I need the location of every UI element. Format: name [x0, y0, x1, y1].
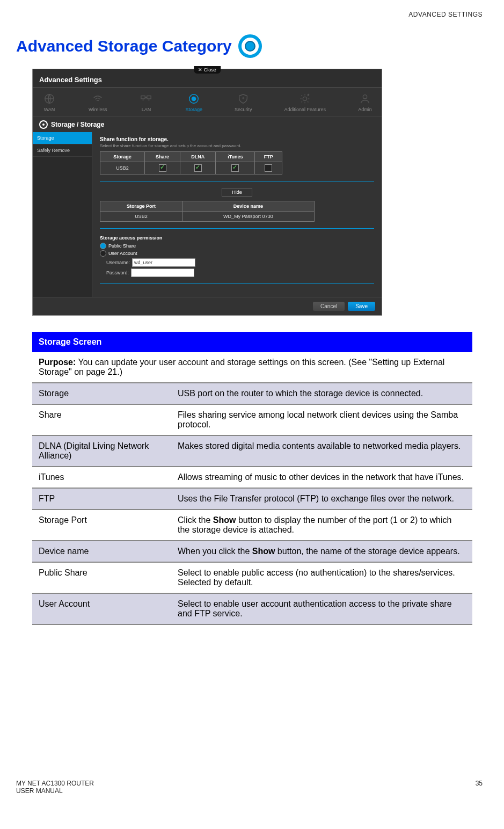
- nav-additional[interactable]: Additional Features: [284, 93, 326, 112]
- radio-public-share[interactable]: Public Share: [100, 243, 374, 249]
- nav-row: WAN Wireless LAN Storage Security Additi…: [33, 88, 382, 117]
- username-label: Username:: [106, 260, 130, 265]
- sidebar: Storage Safely Remove: [33, 132, 92, 297]
- desc-key: User Account: [32, 593, 171, 624]
- nav-label: Additional Features: [284, 107, 326, 112]
- footer-left: MY NET AC1300 ROUTER USER MANUAL: [16, 780, 94, 795]
- col-storage: Storage: [100, 152, 145, 162]
- title-text: Advanced Storage Category: [16, 37, 232, 55]
- footer-manual: USER MANUAL: [16, 787, 94, 795]
- storage-category-icon: [238, 34, 262, 58]
- col-itunes: iTunes: [216, 152, 255, 162]
- table-row: Public ShareSelect to enable public acce…: [32, 562, 472, 593]
- cancel-button[interactable]: Cancel: [313, 302, 345, 311]
- radio-label: User Account: [108, 251, 137, 256]
- desc-key: Storage: [32, 383, 171, 404]
- desc-value: Click the Show button to display the num…: [171, 510, 472, 541]
- cell-port: USB2: [100, 212, 182, 222]
- save-button[interactable]: Save: [348, 302, 375, 311]
- col-share: Share: [144, 152, 180, 162]
- itunes-checkbox[interactable]: [231, 164, 239, 172]
- desc-key: Storage Port: [32, 510, 171, 541]
- sidebar-item-safely-remove[interactable]: Safely Remove: [33, 144, 92, 157]
- table-row: FTPUses the File Transfer protocol (FTP)…: [32, 488, 472, 510]
- desc-purpose: Purpose: You can update your user accoun…: [32, 352, 472, 383]
- shield-icon: [236, 93, 250, 105]
- nav-label: Wireless: [89, 107, 107, 112]
- divider: [100, 181, 374, 181]
- gear-plus-icon: [298, 93, 312, 105]
- nav-lan[interactable]: LAN: [139, 93, 153, 112]
- table-row: DLNA (Digital Living Network Alliance)Ma…: [32, 435, 472, 467]
- nav-storage[interactable]: Storage: [185, 93, 202, 112]
- desc-header: Storage Screen: [32, 332, 472, 352]
- svg-point-6: [363, 95, 367, 99]
- purpose-text: You can update your user account and sto…: [39, 358, 444, 376]
- table-row: Device nameWhen you click the Show butto…: [32, 541, 472, 562]
- purpose-label: Purpose:: [39, 358, 76, 367]
- nav-label: Admin: [358, 107, 372, 112]
- nav-label: LAN: [142, 107, 151, 112]
- col-ftp: FTP: [255, 152, 282, 162]
- desc-key: Device name: [32, 541, 171, 562]
- page-number: 35: [476, 780, 483, 795]
- nav-wireless[interactable]: Wireless: [89, 93, 107, 112]
- table-row: Storage PortClick the Show button to dis…: [32, 510, 472, 541]
- desc-value: When you click the Show button, the name…: [171, 541, 472, 562]
- footer-product: MY NET AC1300 ROUTER: [16, 780, 94, 787]
- nav-label: WAN: [44, 107, 55, 112]
- radio-label: Public Share: [108, 243, 136, 249]
- table-row: ShareFiles sharing service among local n…: [32, 404, 472, 435]
- bold-word: Show: [213, 515, 236, 525]
- page-title: Advanced Storage Category: [16, 34, 483, 58]
- desc-value: Uses the File Transfer protocol (FTP) to…: [171, 488, 472, 510]
- close-button[interactable]: ✕ Close: [194, 66, 221, 74]
- nav-admin[interactable]: Admin: [358, 93, 372, 112]
- table-row: User AccountSelect to enable user accoun…: [32, 593, 472, 624]
- section-subtitle: Select the share function for storage an…: [100, 143, 374, 148]
- content-pane: Share function for storage. Select the s…: [92, 132, 382, 297]
- desc-key: iTunes: [32, 467, 171, 488]
- username-input[interactable]: [132, 258, 195, 267]
- desc-key: Public Share: [32, 562, 171, 593]
- ftp-checkbox[interactable]: [265, 164, 272, 172]
- table-row: USB2: [100, 162, 282, 174]
- nav-label: Storage: [185, 107, 202, 112]
- nav-wan[interactable]: WAN: [42, 93, 56, 112]
- divider: [100, 283, 374, 284]
- password-label: Password:: [106, 270, 129, 275]
- col-storage-port: Storage Port: [100, 201, 182, 212]
- permission-title: Storage access permission: [100, 235, 374, 241]
- person-icon: [358, 93, 372, 105]
- share-checkbox[interactable]: [159, 164, 166, 172]
- lan-icon: [139, 93, 153, 105]
- hide-button[interactable]: Hide: [222, 188, 252, 197]
- breadcrumb-text: Storage / Storage: [51, 121, 104, 128]
- target-icon: [187, 93, 201, 105]
- dlna-checkbox[interactable]: [194, 164, 202, 172]
- divider: [100, 228, 374, 229]
- router-ui-screenshot: ✕ Close Advanced Settings WAN Wireless L…: [32, 69, 382, 316]
- desc-value: USB port on the router to which the stor…: [171, 383, 472, 404]
- bold-word: Show: [252, 547, 275, 556]
- password-input[interactable]: [131, 268, 194, 277]
- section-title: Share function for storage.: [100, 136, 374, 142]
- nav-label: Security: [235, 107, 252, 112]
- radio-icon: [100, 243, 106, 249]
- radio-user-account[interactable]: User Account: [100, 250, 374, 257]
- sidebar-item-storage[interactable]: Storage: [33, 132, 92, 144]
- page-footer: MY NET AC1300 ROUTER USER MANUAL 35: [16, 780, 483, 795]
- desc-value: Select to enable user account authentica…: [171, 593, 472, 624]
- desc-key: Share: [32, 404, 171, 435]
- svg-point-5: [303, 97, 307, 100]
- svg-point-4: [192, 97, 196, 100]
- desc-value: Select to enable public access (no authe…: [171, 562, 472, 593]
- share-table: Storage Share DLNA iTunes FTP USB2: [100, 151, 282, 174]
- globe-icon: [42, 93, 56, 105]
- desc-key: FTP: [32, 488, 171, 510]
- desc-value: Makes stored digital media contents avai…: [171, 435, 472, 467]
- table-row: StorageUSB port on the router to which t…: [32, 383, 472, 404]
- col-device-name: Device name: [182, 201, 314, 212]
- nav-security[interactable]: Security: [235, 93, 252, 112]
- cell-storage: USB2: [100, 162, 145, 174]
